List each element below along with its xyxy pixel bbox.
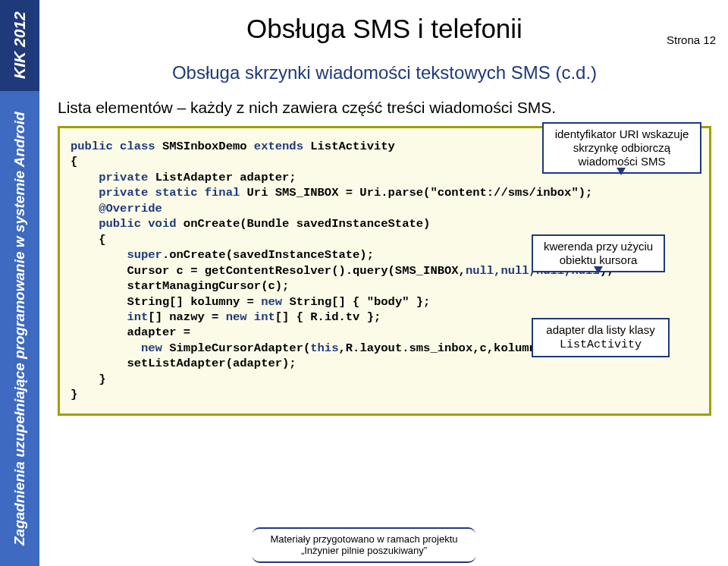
sidebar: KIK 2012 Zagadnienia uzupełniające progr… [0, 0, 39, 566]
footer: Materiały przygotowano w ramach projektu… [252, 527, 475, 563]
content-area: Obsługa SMS i telefonii Strona 12 Obsług… [39, 0, 728, 566]
code-block: public class SMSInboxDemo extends ListAc… [58, 126, 711, 416]
sidebar-badge-bottom: Zagadnienia uzupełniające programowanie … [0, 91, 39, 566]
arrow-icon [617, 168, 626, 175]
sidebar-badge-top: KIK 2012 [0, 0, 39, 91]
page-number: Strona 12 [667, 33, 716, 46]
arrow-icon [594, 266, 603, 274]
callout-uri: identyfikator URI wskazuje skrzynkę odbi… [542, 122, 701, 174]
page-title: Obsługa SMS i telefonii [58, 14, 711, 44]
callout-adapter: adapter dla listy klasy ListActivity [532, 318, 670, 357]
intro-text: Lista elementów – każdy z nich zawiera c… [58, 99, 711, 117]
page-subtitle: Obsługa skrzynki wiadomości tekstowych S… [58, 62, 711, 83]
